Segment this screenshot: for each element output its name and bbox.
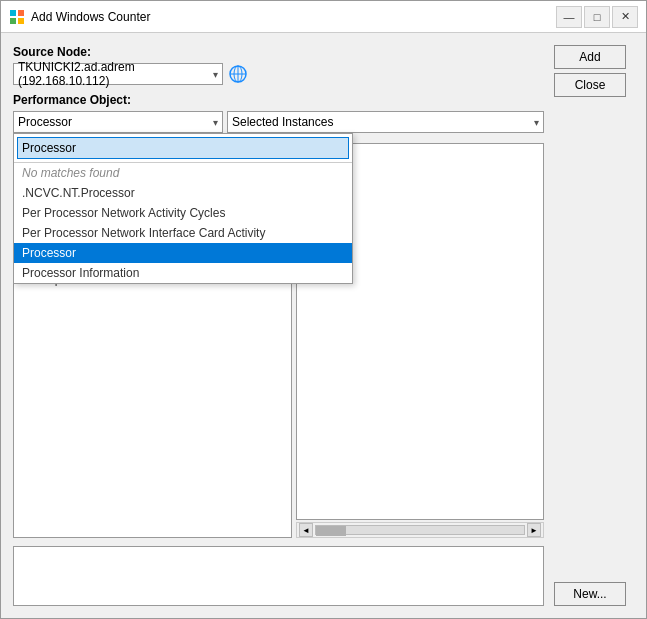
popup-item-3[interactable]: Processor [14,243,352,263]
close-window-button[interactable]: ✕ [612,6,638,28]
close-button[interactable]: Close [554,73,626,97]
window-controls: — □ ✕ [556,6,638,28]
side-panel-spacer [554,101,634,578]
performance-object-value: Processor [18,115,72,129]
popup-item-0[interactable]: .NCVC.NT.Processor [14,183,352,203]
scroll-left-arrow[interactable]: ◄ [299,523,313,537]
popup-item-2[interactable]: Per Processor Network Interface Card Act… [14,223,352,243]
source-node-value: TKUNICKI2.ad.adrem (192.168.10.112) [18,60,209,88]
svg-rect-3 [18,18,24,24]
horizontal-scrollbar[interactable]: ◄ ► [296,522,544,538]
dropdown-popup: No matches found .NCVC.NT.Processor Per … [13,133,353,284]
scroll-right-arrow[interactable]: ► [527,523,541,537]
add-button[interactable]: Add [554,45,626,69]
app-icon [9,9,25,25]
performance-object-dropdown[interactable]: Processor ▾ [13,111,223,133]
content-area: Source Node: TKUNICKI2.ad.adrem (192.168… [1,33,646,618]
scroll-thumb [316,526,346,536]
selected-instances-arrow: ▾ [534,117,539,128]
scroll-track[interactable] [315,525,525,535]
side-panel: Add Close New... [554,45,634,606]
dropdown-popup-list: No matches found .NCVC.NT.Processor Per … [14,163,352,283]
source-node-dropdown[interactable]: TKUNICKI2.ad.adrem (192.168.10.112) ▾ [13,63,223,85]
selected-instances-dropdown[interactable]: Selected Instances ▾ [227,111,544,133]
source-node-label: Source Node: [13,45,544,59]
window-title: Add Windows Counter [31,10,556,24]
svg-rect-1 [18,10,24,16]
new-button[interactable]: New... [554,582,626,606]
maximize-button[interactable]: □ [584,6,610,28]
source-row: TKUNICKI2.ad.adrem (192.168.10.112) ▾ [13,63,544,85]
minimize-button[interactable]: — [556,6,582,28]
source-node-arrow: ▾ [213,69,218,80]
globe-button[interactable] [227,63,249,85]
performance-object-arrow: ▾ [213,117,218,128]
performance-object-group: Performance Object: Processor ▾ Selected… [13,93,544,133]
selected-instances-label: Selected Instances [232,115,333,129]
perf-row: Processor ▾ Selected Instances ▾ No matc [13,111,544,133]
main-window: Add Windows Counter — □ ✕ Source Node: T… [0,0,647,619]
description-box [13,546,544,606]
popup-item-4[interactable]: Processor Information [14,263,352,283]
source-node-group: Source Node: TKUNICKI2.ad.adrem (192.168… [13,45,544,85]
svg-rect-2 [10,18,16,24]
main-panel: Source Node: TKUNICKI2.ad.adrem (192.168… [13,45,544,606]
svg-rect-0 [10,10,16,16]
title-bar: Add Windows Counter — □ ✕ [1,1,646,33]
dropdown-search-input[interactable] [17,137,349,159]
dropdown-search-container [14,134,352,163]
no-match-item: No matches found [14,163,352,183]
popup-item-1[interactable]: Per Processor Network Activity Cycles [14,203,352,223]
performance-object-label: Performance Object: [13,93,544,107]
